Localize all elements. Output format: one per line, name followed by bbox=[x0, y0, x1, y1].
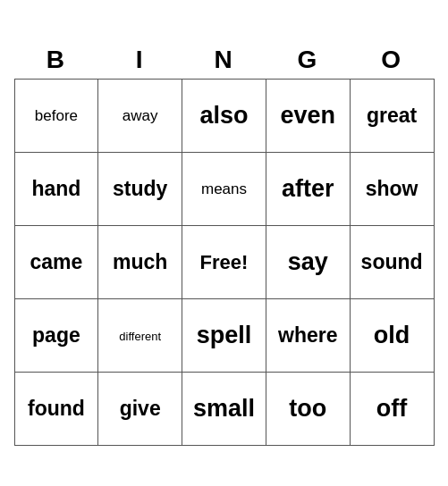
cell-text-xlarge: even bbox=[281, 102, 336, 129]
bingo-header-cell: B bbox=[14, 40, 98, 80]
bingo-cell: means bbox=[182, 153, 266, 226]
bingo-row: handstudymeansaftershow bbox=[14, 153, 434, 226]
cell-text-medium: before bbox=[35, 107, 78, 124]
cell-text-medium: means bbox=[201, 180, 247, 197]
bingo-cell: give bbox=[98, 373, 182, 446]
bingo-cell: old bbox=[350, 299, 434, 373]
cell-text-medium: away bbox=[123, 107, 158, 124]
cell-text-large: sound bbox=[361, 250, 423, 273]
cell-text-xlarge: after bbox=[282, 175, 334, 202]
cell-text-large: came bbox=[30, 250, 82, 273]
bingo-cell: Free! bbox=[182, 226, 266, 299]
bingo-cell: small bbox=[182, 373, 266, 446]
free-space-text: Free! bbox=[200, 251, 249, 273]
cell-text-xlarge: old bbox=[374, 322, 410, 348]
bingo-cell: hand bbox=[14, 153, 98, 226]
bingo-cell: say bbox=[266, 226, 350, 299]
bingo-card: BINGO beforeawayalsoevengreathandstudyme… bbox=[14, 40, 435, 447]
cell-text-xlarge: too bbox=[289, 395, 326, 422]
bingo-header-cell: N bbox=[182, 40, 266, 80]
bingo-cell: great bbox=[350, 80, 434, 153]
bingo-cell: study bbox=[98, 153, 182, 226]
cell-text-large: give bbox=[120, 397, 161, 420]
cell-text-large: hand bbox=[31, 177, 80, 200]
cell-text-large: study bbox=[113, 177, 167, 200]
cell-text-large: found bbox=[28, 397, 85, 420]
bingo-header-cell: G bbox=[266, 40, 350, 80]
cell-text-xlarge: off bbox=[376, 395, 407, 422]
bingo-cell: page bbox=[14, 299, 98, 373]
cell-text-large: where bbox=[278, 323, 337, 347]
cell-text-xlarge: also bbox=[199, 102, 248, 129]
bingo-cell: also bbox=[182, 80, 266, 153]
bingo-cell: different bbox=[98, 299, 182, 373]
bingo-row: pagedifferentspellwhereold bbox=[14, 299, 434, 373]
bingo-cell: away bbox=[98, 80, 182, 153]
bingo-header-cell: I bbox=[98, 40, 182, 80]
bingo-cell: sound bbox=[350, 226, 434, 299]
cell-text-small: different bbox=[119, 330, 161, 343]
bingo-cell: much bbox=[98, 226, 182, 299]
bingo-cell: came bbox=[14, 226, 98, 299]
cell-text-xlarge: small bbox=[193, 395, 255, 422]
bingo-cell: even bbox=[266, 80, 350, 153]
bingo-cell: spell bbox=[182, 299, 266, 373]
bingo-cell: before bbox=[14, 80, 98, 153]
cell-text-large: much bbox=[113, 250, 167, 273]
cell-text-xlarge: spell bbox=[197, 322, 252, 348]
bingo-header-row: BINGO bbox=[14, 40, 434, 80]
bingo-row: beforeawayalsoevengreat bbox=[14, 80, 434, 153]
bingo-cell: where bbox=[266, 299, 350, 373]
bingo-cell: off bbox=[350, 373, 434, 446]
bingo-cell: too bbox=[266, 373, 350, 446]
bingo-row: camemuchFree!saysound bbox=[14, 226, 434, 299]
bingo-cell: after bbox=[266, 153, 350, 226]
bingo-cell: found bbox=[14, 373, 98, 446]
bingo-header-cell: O bbox=[350, 40, 434, 80]
cell-text-large: great bbox=[367, 104, 417, 127]
cell-text-large: page bbox=[32, 323, 80, 347]
bingo-cell: show bbox=[350, 153, 434, 226]
cell-text-large: show bbox=[366, 177, 418, 200]
cell-text-xlarge: say bbox=[288, 248, 328, 275]
bingo-row: foundgivesmalltoooff bbox=[14, 373, 434, 446]
